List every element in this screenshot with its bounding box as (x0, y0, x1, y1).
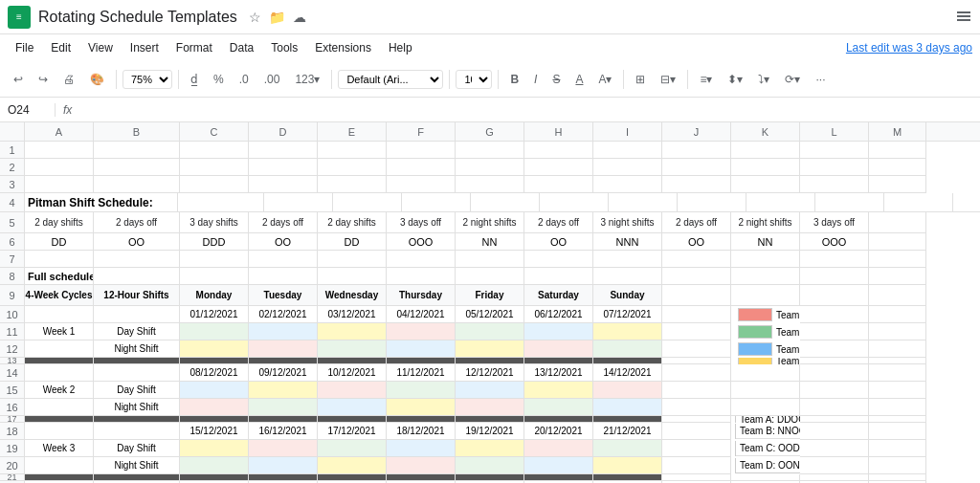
rotate-button[interactable]: ⟳▾ (779, 70, 806, 89)
menu-data[interactable]: Data (222, 37, 261, 58)
menu-view[interactable]: View (80, 37, 121, 58)
pitman-r5-h[interactable]: 2 days off (524, 212, 593, 233)
cell-reference[interactable]: O24 (8, 103, 56, 117)
w1-mon-date[interactable]: 01/12/2021 (180, 306, 249, 323)
col-friday[interactable]: Friday (456, 285, 524, 306)
col-header-b[interactable]: B (94, 122, 180, 142)
cell-a1[interactable] (25, 142, 94, 159)
col-tuesday[interactable]: Tuesday (249, 285, 318, 306)
col-monday[interactable]: Monday (180, 285, 249, 306)
cell-g1[interactable] (456, 142, 524, 159)
col-saturday[interactable]: Saturday (524, 285, 593, 306)
w1-wed-date[interactable]: 03/12/2021 (318, 306, 387, 323)
w1-night-tue[interactable] (249, 340, 318, 358)
col-header-c[interactable]: C (180, 122, 249, 142)
w1-sat-date[interactable]: 06/12/2021 (524, 306, 593, 323)
w1-night-mon[interactable] (180, 340, 249, 358)
cell-e1[interactable] (318, 142, 387, 159)
col-header-f[interactable]: F (387, 122, 456, 142)
redo-button[interactable]: ↪ (33, 70, 54, 89)
pitman-r6-j[interactable]: OO (662, 233, 731, 251)
pitman-r5-j[interactable]: 2 days off (662, 212, 731, 233)
col-header-d[interactable]: D (249, 122, 318, 142)
menu-tools[interactable]: Tools (263, 37, 305, 58)
w1-night-thu[interactable] (387, 340, 456, 358)
w1-night-fri[interactable] (456, 340, 524, 358)
strikethrough-button[interactable]: S (546, 70, 566, 89)
pitman-r6-i[interactable]: NNN (593, 233, 662, 251)
cell-i1[interactable] (593, 142, 662, 159)
week1-label[interactable] (25, 306, 94, 323)
menu-extensions[interactable]: Extensions (307, 37, 379, 58)
cell-c1[interactable] (180, 142, 249, 159)
pitman-r6-e[interactable]: DD (318, 233, 387, 251)
format-d-button[interactable]: d̲ (185, 70, 204, 89)
cell-f1[interactable] (387, 142, 456, 159)
w1-night-sun[interactable] (593, 340, 662, 358)
col-header-h[interactable]: H (524, 122, 593, 142)
pitman-r6-f[interactable]: OOO (387, 233, 456, 251)
col-header-a[interactable]: A (25, 122, 94, 142)
valign-button[interactable]: ⬍▾ (722, 70, 748, 89)
pitman-r5-b[interactable]: 2 days off (94, 212, 180, 233)
w1-night-sat[interactable] (524, 340, 593, 358)
font-family-select[interactable]: Default (Ari... (338, 70, 443, 89)
pitman-r6-a[interactable]: DD (25, 233, 94, 251)
w1-sun-date[interactable]: 07/12/2021 (593, 306, 662, 323)
w1-day-mon[interactable] (180, 323, 249, 340)
borders-button[interactable]: ⊞ (630, 70, 651, 89)
pitman-r6-h[interactable]: OO (524, 233, 593, 251)
cell-m1[interactable] (869, 142, 926, 159)
pitman-r6-g[interactable]: NN (456, 233, 524, 251)
cloud-icon[interactable]: ☁ (293, 10, 306, 25)
w1-day-sun[interactable] (593, 323, 662, 340)
week1-shift-date[interactable] (94, 306, 180, 323)
pitman-r6-k[interactable]: NN (731, 233, 800, 251)
pitman-r5-l[interactable]: 3 days off (800, 212, 869, 233)
menu-help[interactable]: Help (381, 37, 420, 58)
w1-day-wed[interactable] (318, 323, 387, 340)
percent-button[interactable]: % (208, 70, 230, 89)
docs-menu-icon[interactable] (955, 8, 972, 27)
col-header-e[interactable]: E (318, 122, 387, 142)
pitman-r6-l[interactable]: OOO (800, 233, 869, 251)
menu-format[interactable]: Format (168, 37, 220, 58)
pitman-r5-e[interactable]: 2 day shifts (318, 212, 387, 233)
col-thursday[interactable]: Thursday (387, 285, 456, 306)
cell-a2[interactable] (25, 159, 94, 176)
more-button[interactable]: ··· (810, 70, 831, 89)
star-icon[interactable]: ☆ (249, 10, 261, 25)
cell-b1[interactable] (94, 142, 180, 159)
week1-name[interactable]: Week 1 (25, 323, 94, 340)
pitman-title[interactable]: Pitman Shift Schedule: (25, 193, 178, 212)
align-button[interactable]: ≡▾ (694, 70, 718, 89)
print-button[interactable]: 🖨 (57, 70, 80, 89)
w1-thu-date[interactable]: 04/12/2021 (387, 306, 456, 323)
wrap-button[interactable]: ⤵▾ (752, 70, 775, 89)
col-sunday[interactable]: Sunday (593, 285, 662, 306)
font-size-select[interactable]: 10 (456, 70, 492, 89)
zoom-select[interactable]: 75% (122, 70, 172, 89)
w1-day-sat[interactable] (524, 323, 593, 340)
col-wednesday[interactable]: Wednesday (318, 285, 387, 306)
pitman-r5-d[interactable]: 2 days off (249, 212, 318, 233)
col-header-i[interactable]: I (593, 122, 662, 142)
pitman-r5-g[interactable]: 2 night shifts (456, 212, 524, 233)
full-schedule-label[interactable]: Full schedule: (25, 268, 94, 285)
col-header-l[interactable]: L (800, 122, 869, 142)
decimal-more-button[interactable]: .00 (258, 70, 286, 89)
cell-h1[interactable] (524, 142, 593, 159)
pitman-r5-a[interactable]: 2 day shifts (25, 212, 94, 233)
w1-fri-date[interactable]: 05/12/2021 (456, 306, 524, 323)
cell-k1[interactable] (731, 142, 800, 159)
fill-color-button[interactable]: A▾ (592, 70, 617, 89)
w1-night-wed[interactable] (318, 340, 387, 358)
cell-d1[interactable] (249, 142, 318, 159)
pitman-r6-d[interactable]: OO (249, 233, 318, 251)
w1-tue-date[interactable]: 02/12/2021 (249, 306, 318, 323)
cell-l1[interactable] (800, 142, 869, 159)
pitman-r5-k[interactable]: 2 night shifts (731, 212, 800, 233)
menu-insert[interactable]: Insert (122, 37, 167, 58)
format-123-button[interactable]: 123▾ (289, 70, 325, 89)
col-header-g[interactable]: G (456, 122, 524, 142)
